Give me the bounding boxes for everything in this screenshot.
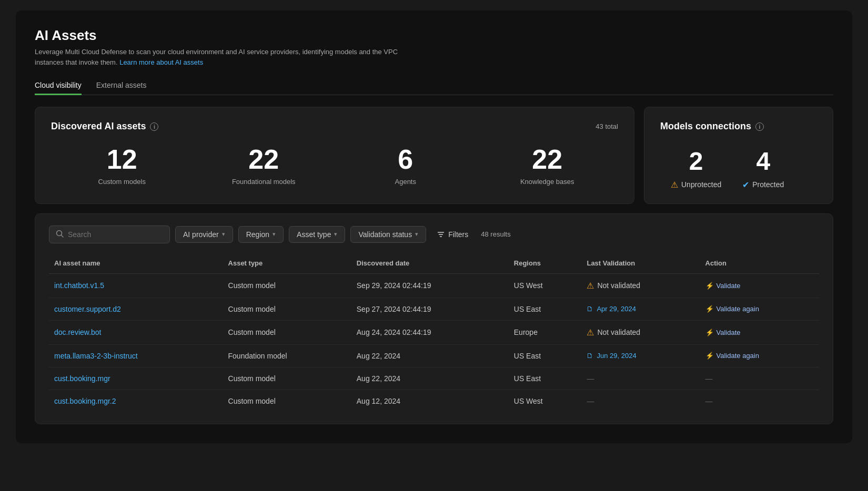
- region-cell: US East: [509, 298, 582, 320]
- col-action: Action: [700, 254, 819, 274]
- discovered-date-cell: Aug 24, 2024 02:44:19: [351, 320, 509, 344]
- region-cell: US East: [509, 344, 582, 367]
- validate-button[interactable]: ⚡Validate again: [705, 305, 759, 313]
- validate-button[interactable]: ⚡Validate: [705, 329, 741, 336]
- table-row: meta.llama3-2-3b-instructFoundation mode…: [49, 344, 819, 367]
- models-info-icon[interactable]: i: [755, 122, 764, 131]
- ai-provider-filter[interactable]: AI provider ▾: [175, 226, 233, 243]
- action-cell: ⚡Validate: [700, 273, 819, 298]
- chevron-down-icon: ▾: [222, 231, 225, 238]
- dash: —: [587, 397, 594, 405]
- asset-link[interactable]: cust.booking.mgr: [54, 374, 110, 383]
- dash: —: [705, 374, 713, 383]
- discovered-date-cell: Sep 29, 2024 02:44:19: [351, 273, 509, 298]
- search-input[interactable]: [68, 230, 163, 239]
- asset-type-cell: Custom model: [223, 273, 351, 298]
- col-asset-type: Asset type: [223, 254, 351, 274]
- table-header-row: AI asset name Asset type Discovered date…: [49, 254, 819, 274]
- asset-type-cell: Custom model: [223, 320, 351, 344]
- region-filter[interactable]: Region ▾: [238, 226, 284, 243]
- asset-link[interactable]: customer.support.d2: [54, 305, 121, 313]
- region-cell: US West: [509, 273, 582, 298]
- chevron-down-icon: ▾: [415, 231, 418, 238]
- tabs: Cloud visibility External assets: [35, 77, 833, 95]
- stat-agents: 6 Agents: [335, 145, 477, 186]
- asset-type-cell: Custom model: [223, 298, 351, 320]
- svg-line-1: [62, 235, 64, 237]
- results-count: 48 results: [481, 230, 510, 238]
- asset-link[interactable]: doc.review.bot: [54, 328, 102, 336]
- stat-unprotected: 2 ⚠ Unprotected: [671, 148, 721, 190]
- page-header: AI Assets Leverage Multi Cloud Defense t…: [35, 27, 833, 95]
- page-title: AI Assets: [35, 27, 833, 44]
- action-cell: —: [700, 390, 819, 412]
- models-card-header: Models connections i: [660, 121, 817, 132]
- tab-cloud-visibility[interactable]: Cloud visibility: [35, 77, 82, 95]
- validated-date: 🗋Jun 29, 2024: [587, 352, 694, 360]
- assets-table: AI asset name Asset type Discovered date…: [49, 254, 819, 412]
- discovered-total-badge: 43 total: [596, 122, 618, 130]
- filter-icon: [437, 230, 445, 239]
- validate-button[interactable]: ⚡Validate: [705, 282, 741, 290]
- lightning-icon: ⚡: [705, 352, 714, 360]
- validated-date: 🗋Apr 29, 2024: [587, 305, 694, 313]
- models-stats: 2 ⚠ Unprotected 4 ✔ Protected: [660, 148, 817, 190]
- search-box: [49, 226, 170, 243]
- col-discovered-date: Discovered date: [351, 254, 509, 274]
- dash: —: [587, 374, 594, 383]
- validate-button[interactable]: ⚡Validate again: [705, 352, 759, 360]
- table-row: cust.booking.mgrCustom modelAug 22, 2024…: [49, 367, 819, 390]
- discovered-card-header: Discovered AI assets i 43 total: [51, 121, 618, 132]
- validation-cell: ⚠Not validated: [581, 320, 700, 344]
- filters-button[interactable]: Filters: [431, 227, 473, 242]
- protected-status: ✔ Protected: [742, 180, 784, 190]
- check-circle-icon: ✔: [742, 180, 749, 190]
- models-card-title: Models connections i: [660, 121, 764, 132]
- stat-knowledge-bases: 22 Knowledge bases: [477, 145, 619, 186]
- discovered-date-cell: Sep 27, 2024 02:44:19: [351, 298, 509, 320]
- not-validated-status: ⚠Not validated: [587, 281, 694, 291]
- region-cell: US West: [509, 390, 582, 412]
- validation-status-filter[interactable]: Validation status ▾: [350, 226, 426, 243]
- asset-type-cell: Custom model: [223, 390, 351, 412]
- asset-type-filter[interactable]: Asset type ▾: [289, 226, 345, 243]
- validation-cell: 🗋Apr 29, 2024: [581, 298, 700, 320]
- stat-custom-models: 12 Custom models: [51, 145, 193, 186]
- discovered-date-cell: Aug 22, 2024: [351, 344, 509, 367]
- table-row: cust.booking.mgr.2Custom modelAug 12, 20…: [49, 390, 819, 412]
- table-row: int.chatbot.v1.5Custom modelSep 29, 2024…: [49, 273, 819, 298]
- action-cell: —: [700, 367, 819, 390]
- warning-icon: ⚠: [587, 281, 594, 291]
- asset-link[interactable]: cust.booking.mgr.2: [54, 397, 116, 405]
- asset-type-cell: Custom model: [223, 367, 351, 390]
- asset-link[interactable]: meta.llama3-2-3b-instruct: [54, 352, 138, 360]
- chevron-down-icon: ▾: [334, 231, 337, 238]
- asset-link[interactable]: int.chatbot.v1.5: [54, 281, 104, 290]
- table-row: customer.support.d2Custom modelSep 27, 2…: [49, 298, 819, 320]
- discovered-ai-assets-card: Discovered AI assets i 43 total 12 Custo…: [35, 107, 634, 204]
- discovered-info-icon[interactable]: i: [150, 122, 158, 131]
- col-regions: Regions: [509, 254, 582, 274]
- validation-cell: —: [581, 367, 700, 390]
- unprotected-status: ⚠ Unprotected: [671, 180, 721, 190]
- main-content: Discovered AI assets i 43 total 12 Custo…: [35, 107, 833, 204]
- warning-icon: ⚠: [587, 328, 594, 337]
- stat-foundational-models: 22 Foundational models: [193, 145, 335, 186]
- asset-type-cell: Foundation model: [223, 344, 351, 367]
- region-cell: Europe: [509, 320, 582, 344]
- not-validated-status: ⚠Not validated: [587, 328, 694, 337]
- tab-external-assets[interactable]: External assets: [96, 77, 147, 95]
- lightning-icon: ⚡: [705, 305, 714, 313]
- action-cell: ⚡Validate again: [700, 344, 819, 367]
- learn-more-link[interactable]: Learn more about AI assets: [119, 58, 203, 66]
- validation-cell: 🗋Jun 29, 2024: [581, 344, 700, 367]
- action-cell: ⚡Validate: [700, 320, 819, 344]
- stat-protected: 4 ✔ Protected: [742, 148, 784, 190]
- discovered-date-cell: Aug 12, 2024: [351, 390, 509, 412]
- doc-icon: 🗋: [587, 352, 593, 360]
- warning-icon: ⚠: [671, 180, 678, 190]
- col-ai-asset-name: AI asset name: [49, 254, 223, 274]
- table-section: AI provider ▾ Region ▾ Asset type ▾ Vali…: [35, 213, 833, 424]
- doc-icon: 🗋: [587, 305, 593, 313]
- dash: —: [705, 397, 713, 405]
